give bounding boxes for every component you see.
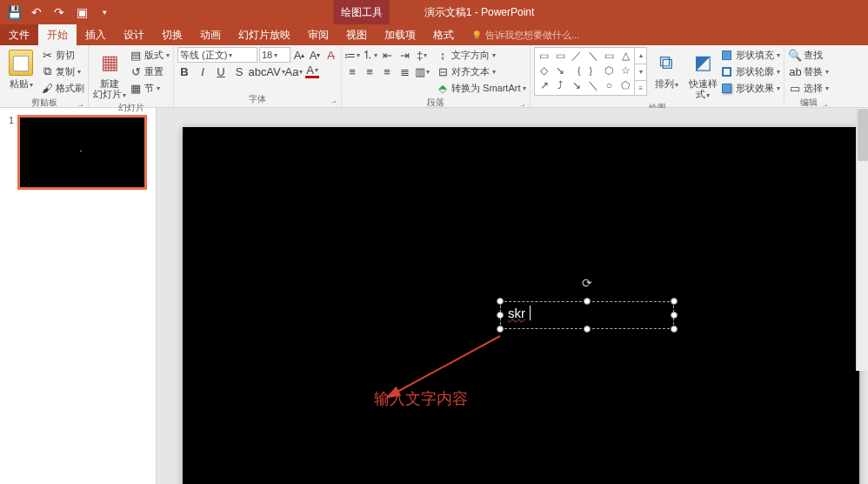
format-painter-button[interactable]: 🖌格式刷 xyxy=(40,80,84,96)
tab-transitions[interactable]: 切换 xyxy=(153,24,191,45)
start-slideshow-button[interactable]: ▣ xyxy=(71,2,92,23)
shape-gallery-item[interactable]: △ xyxy=(618,49,634,64)
shape-gallery-item[interactable]: ⤴ xyxy=(552,78,569,93)
resize-handle-ne[interactable] xyxy=(671,298,678,305)
shape-gallery-item[interactable]: ⬡ xyxy=(601,64,618,78)
shape-gallery-item[interactable]: ▭ xyxy=(536,49,552,64)
decrease-indent-button[interactable]: ⇤ xyxy=(380,48,394,62)
tab-design[interactable]: 设计 xyxy=(115,24,153,45)
qat-customize-button[interactable]: ▾ xyxy=(94,2,115,23)
cut-button[interactable]: ✂剪切 xyxy=(40,47,84,63)
shape-effects-button[interactable]: 形状效果 xyxy=(722,80,780,96)
redo-button[interactable]: ↷ xyxy=(49,2,70,23)
align-right-button[interactable]: ≡ xyxy=(380,64,394,78)
shape-gallery-item[interactable]: ○ xyxy=(601,78,618,93)
tab-insert[interactable]: 插入 xyxy=(77,24,115,45)
tell-me-search[interactable]: 告诉我您想要做什么... xyxy=(463,25,588,45)
resize-handle-sw[interactable] xyxy=(497,326,504,333)
resize-handle-n[interactable] xyxy=(584,298,591,305)
tab-file[interactable]: 文件 xyxy=(0,24,38,45)
align-text-icon: ⊟ xyxy=(436,64,450,78)
select-button[interactable]: ▭选择 xyxy=(788,80,829,96)
find-icon: 🔍 xyxy=(788,48,802,62)
tab-addins[interactable]: 加载项 xyxy=(376,24,424,45)
copy-button[interactable]: ⧉复制 xyxy=(40,64,84,79)
shapes-gallery[interactable]: ▭▭／＼▭△◇↘｛｝⬡☆↗⤴↘＼○⬠ ▴▾≡ xyxy=(534,47,647,96)
numbering-button[interactable]: ⒈ xyxy=(363,48,377,62)
slide-canvas[interactable]: ⟳ skr 输入文字内容 xyxy=(183,127,859,484)
layout-button[interactable]: ▤版式 xyxy=(129,47,170,63)
shadow-button[interactable]: abc xyxy=(250,64,264,78)
rotate-handle[interactable]: ⟳ xyxy=(582,276,592,290)
scrollbar-thumb[interactable] xyxy=(858,109,868,161)
shape-gallery-item[interactable]: ↘ xyxy=(569,78,585,93)
shape-effects-icon xyxy=(722,84,731,93)
tab-animations[interactable]: 动画 xyxy=(191,24,230,45)
change-case-button[interactable]: Aa xyxy=(287,64,301,78)
new-slide-button[interactable]: ▦ 新建 幻灯片 xyxy=(92,47,127,101)
shape-gallery-item[interactable]: ↗ xyxy=(536,78,552,93)
text-direction-button[interactable]: ↕文字方向 xyxy=(436,47,526,63)
resize-handle-s[interactable] xyxy=(584,326,591,333)
align-left-button[interactable]: ≡ xyxy=(345,64,359,78)
shapes-gallery-scroll[interactable]: ▴▾≡ xyxy=(634,48,646,95)
textbox-selected[interactable]: ⟳ skr xyxy=(500,301,674,329)
shape-gallery-item[interactable]: ◇ xyxy=(536,64,552,78)
underline-button[interactable]: U xyxy=(214,64,228,78)
arrange-button[interactable]: ⧉ 排列 xyxy=(649,47,684,91)
shape-gallery-item[interactable]: ＼ xyxy=(584,49,601,64)
replace-button[interactable]: ab替换 xyxy=(788,64,829,79)
section-button[interactable]: ▦节 xyxy=(129,80,170,96)
increase-indent-button[interactable]: ⇥ xyxy=(397,48,411,62)
tab-slideshow[interactable]: 幻灯片放映 xyxy=(230,24,299,45)
clear-formatting-button[interactable]: A̶ xyxy=(324,48,337,62)
quick-styles-button[interactable]: ◩ 快速样式 xyxy=(685,47,720,101)
font-size-combo[interactable]: 18▾ xyxy=(259,47,290,63)
shape-gallery-item[interactable]: ｛ xyxy=(569,64,585,78)
resize-handle-e[interactable] xyxy=(671,312,678,319)
italic-button[interactable]: I xyxy=(196,64,210,78)
justify-button[interactable]: ≣ xyxy=(397,64,411,78)
save-button[interactable]: 💾 xyxy=(3,2,24,23)
bullets-button[interactable]: ≔ xyxy=(345,48,359,62)
strikethrough-button[interactable]: S xyxy=(232,64,246,78)
shape-outline-button[interactable]: 形状轮廓 xyxy=(722,64,780,79)
shape-gallery-item[interactable]: ＼ xyxy=(584,78,601,93)
char-spacing-button[interactable]: AV xyxy=(269,64,283,78)
resize-handle-nw[interactable] xyxy=(497,298,504,305)
find-button[interactable]: 🔍查找 xyxy=(788,47,829,63)
paste-button[interactable]: 粘贴 xyxy=(3,47,38,91)
resize-handle-se[interactable] xyxy=(671,326,678,333)
shape-gallery-item[interactable]: ⬠ xyxy=(618,78,634,93)
slide-thumbnail-pane[interactable]: 1 xyxy=(0,108,157,484)
convert-smartart-button[interactable]: ⬘转换为 SmartArt xyxy=(436,80,526,96)
shape-gallery-item[interactable]: ／ xyxy=(569,49,585,64)
line-spacing-button[interactable]: ‡ xyxy=(415,48,429,62)
increase-font-button[interactable]: A▴ xyxy=(292,48,306,62)
vertical-scrollbar[interactable] xyxy=(856,108,868,371)
tab-review[interactable]: 审阅 xyxy=(299,24,337,45)
shape-gallery-item[interactable]: ▭ xyxy=(601,49,618,64)
shape-gallery-item[interactable]: ▭ xyxy=(552,49,569,64)
shape-gallery-item[interactable]: ☆ xyxy=(618,64,634,78)
shape-gallery-item[interactable]: ↘ xyxy=(552,64,569,78)
text-caret xyxy=(526,306,531,320)
shape-gallery-item[interactable]: ｝ xyxy=(584,64,601,78)
bold-button[interactable]: B xyxy=(177,64,191,78)
textbox-text[interactable]: skr xyxy=(501,302,673,324)
reset-button[interactable]: ↺重置 xyxy=(129,64,170,79)
font-color-button[interactable]: A xyxy=(305,64,319,78)
align-center-button[interactable]: ≡ xyxy=(363,64,377,78)
thumbnail-slide-1[interactable]: 1 xyxy=(9,115,147,190)
undo-button[interactable]: ↶ xyxy=(26,2,47,23)
tab-home[interactable]: 开始 xyxy=(38,24,77,45)
slide-edit-area[interactable]: ⟳ skr 输入文字内容 xyxy=(157,108,868,484)
decrease-font-button[interactable]: A▾ xyxy=(308,48,322,62)
font-name-combo[interactable]: 等线 (正文)▾ xyxy=(177,47,257,63)
columns-button[interactable]: ▥ xyxy=(415,64,429,78)
resize-handle-w[interactable] xyxy=(497,312,504,319)
tab-format[interactable]: 格式 xyxy=(424,24,463,45)
shape-fill-button[interactable]: 形状填充 xyxy=(722,47,780,63)
align-text-button[interactable]: ⊟对齐文本 xyxy=(436,64,526,79)
tab-view[interactable]: 视图 xyxy=(337,24,376,45)
